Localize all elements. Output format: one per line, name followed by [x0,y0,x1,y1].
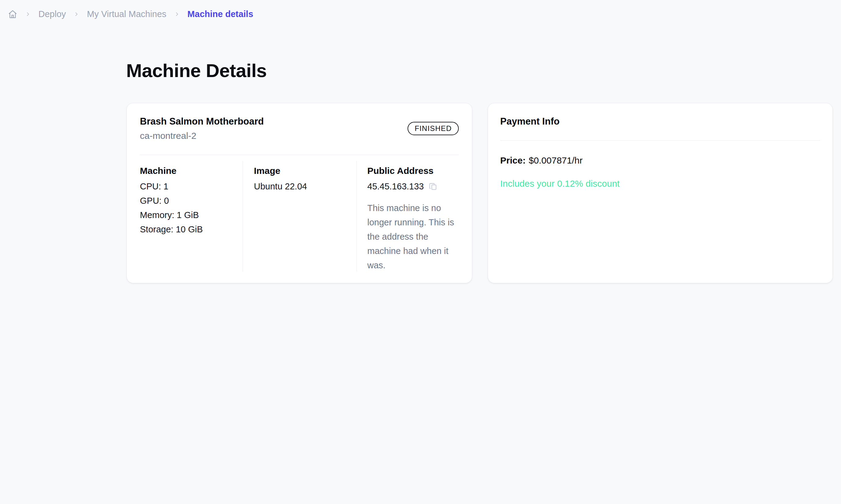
breadcrumb: Deploy My Virtual Machines Machine detai… [8,9,253,19]
cards-row: Brash Salmon Motherboard ca-montreal-2 F… [126,103,833,283]
home-icon [8,10,17,19]
price-line: Price:$0.007871/hr [500,155,820,166]
discount-note: Includes your 0.12% discount [500,178,820,189]
machine-card: Brash Salmon Motherboard ca-montreal-2 F… [126,103,472,283]
page-title: Machine Details [126,60,267,82]
spec-gpu: GPU: 0 [140,194,234,208]
chevron-right-icon [25,12,31,17]
image-value: Ubuntu 22.04 [254,179,356,194]
machine-card-header: Brash Salmon Motherboard ca-montreal-2 F… [140,103,459,155]
payment-card-divider [500,140,820,141]
price-label: Price: [500,155,526,165]
machine-section-header: Machine [140,165,234,176]
copy-ip-button[interactable] [429,182,437,191]
machine-spec-column: Machine CPU: 1 GPU: 0 Memory: 1 GiB Stor… [140,161,243,272]
chevron-right-icon [174,12,179,17]
address-note: This machine is no longer running. This … [367,201,455,273]
home-breadcrumb-link[interactable] [8,10,17,19]
image-column: Image Ubuntu 22.04 [243,161,356,272]
public-address-column: Public Address 45.45.163.133 This machin… [356,161,459,272]
payment-info-title: Payment Info [500,103,820,127]
machine-identity: Brash Salmon Motherboard ca-montreal-2 [140,116,264,141]
spec-storage: Storage: 10 GiB [140,222,234,237]
status-badge: FINISHED [408,122,459,135]
public-address-header: Public Address [367,165,459,176]
price-value: $0.007871/hr [529,155,583,165]
spec-memory: Memory: 1 GiB [140,208,234,222]
breadcrumb-item-deploy[interactable]: Deploy [38,9,66,19]
image-section-header: Image [254,165,356,176]
machine-name: Brash Salmon Motherboard [140,116,264,127]
chevron-right-icon [74,12,79,17]
machine-region: ca-montreal-2 [140,131,264,141]
breadcrumb-item-machine-details: Machine details [187,9,253,19]
ip-row: 45.45.163.133 [367,179,459,194]
machine-card-columns: Machine CPU: 1 GPU: 0 Memory: 1 GiB Stor… [140,161,459,272]
breadcrumb-item-my-virtual-machines[interactable]: My Virtual Machines [87,9,167,19]
copy-icon [429,182,437,191]
payment-card: Payment Info Price:$0.007871/hr Includes… [488,103,833,283]
spec-cpu: CPU: 1 [140,179,234,194]
public-ip-value: 45.45.163.133 [367,179,424,194]
